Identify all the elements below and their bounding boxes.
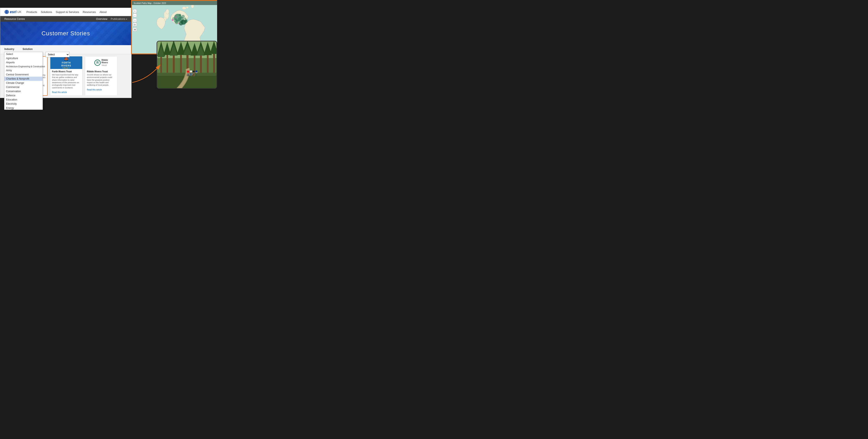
- nav-products[interactable]: Products: [26, 10, 37, 13]
- ribble-card-body: Ribble Rivers Trust ArcGIS shows us wher…: [85, 69, 117, 93]
- industry-item-electricity[interactable]: Electricity: [4, 102, 42, 106]
- svg-point-19: [175, 20, 179, 24]
- publications-chevron: ▾: [126, 18, 127, 20]
- resource-centre-title: Resource Centre: [4, 17, 25, 21]
- forth-trust-label: TRUST: [62, 67, 70, 69]
- ribble-sub: TRUST: [101, 64, 107, 66]
- publications-link[interactable]: Publications ▾: [111, 17, 127, 21]
- solution-select[interactable]: Select: [45, 52, 69, 57]
- industry-filter-group: Industry: [4, 48, 14, 51]
- home-button[interactable]: ⌂: [133, 19, 137, 22]
- esri-nav-links: Products Solutions Support & Services Re…: [26, 10, 106, 13]
- industry-item-agriculture[interactable]: Agriculture: [4, 56, 42, 60]
- industry-item-select[interactable]: Select: [4, 52, 42, 56]
- svg-point-15: [181, 15, 185, 18]
- industry-item-defence[interactable]: Defence: [4, 93, 42, 97]
- industry-label: Industry: [4, 48, 14, 51]
- industry-item-army[interactable]: Army: [4, 68, 42, 72]
- map-titlebar: Scottish Paths Map - October 2023 ···: [132, 1, 217, 5]
- solution-dropdown: Select: [45, 52, 69, 57]
- industry-item-central-gov[interactable]: Central Government: [4, 72, 42, 77]
- solution-filter-group: Solution: [23, 48, 33, 51]
- ribble-card-desc: ArcGIS shows us where our environmental …: [87, 74, 116, 87]
- zoom-out-button[interactable]: −: [133, 13, 137, 17]
- resource-bar: Resource Centre Overview Publications ▾: [0, 16, 131, 22]
- industry-item-education[interactable]: Education: [4, 97, 42, 102]
- industry-item-conservation[interactable]: Conservation: [4, 89, 42, 93]
- ribble-text: RibbleRiversTRUST: [101, 59, 108, 66]
- ribble-card-title: Ribble Rivers Trust: [87, 70, 116, 73]
- forth-card: 🌉 FORTHRIVERS TRUST Forth Rivers Trust W…: [50, 56, 83, 96]
- ribble-read-link[interactable]: Read this article: [87, 89, 102, 91]
- forest-scene: [157, 41, 216, 88]
- industry-item-aec[interactable]: Architecture Engineering & Construction: [4, 64, 42, 68]
- nav-solutions[interactable]: Solutions: [41, 10, 52, 13]
- svg-point-7: [166, 9, 169, 14]
- nav-resources[interactable]: Resources: [83, 10, 96, 13]
- ribble-r-circle: R: [94, 60, 101, 66]
- svg-point-77: [195, 70, 197, 72]
- zoom-in-button[interactable]: +: [133, 9, 137, 13]
- ribble-card: R RibbleRiversTRUST Ribble Rivers Trust …: [85, 56, 117, 96]
- forth-logo: 🌉 FORTHRIVERS TRUST: [61, 56, 71, 69]
- forth-name: FORTHRIVERS: [61, 61, 71, 67]
- esri-uk-label: UK: [17, 10, 21, 13]
- svg-point-26: [184, 20, 187, 23]
- forth-logo-container: 🌉 FORTHRIVERS TRUST: [50, 56, 82, 69]
- industry-item-charities[interactable]: Charities & Nonprofit: [4, 77, 42, 81]
- svg-point-10: [186, 6, 188, 8]
- layers-button[interactable]: ⊞: [133, 28, 137, 31]
- svg-point-78: [188, 74, 190, 76]
- forth-card-title: Forth Rivers Trust: [52, 70, 81, 73]
- esri-nav: esri UK Products Solutions Support & Ser…: [0, 8, 131, 16]
- svg-point-16: [179, 14, 181, 16]
- esri-logo: esri UK: [4, 10, 21, 14]
- industry-item-climate[interactable]: Climate Change: [4, 81, 42, 85]
- resource-bar-links: Overview Publications ▾: [96, 17, 127, 21]
- forth-read-link[interactable]: Read this article: [52, 91, 67, 93]
- hero-banner: Customer Stories: [0, 22, 131, 45]
- forth-card-desc: We have transformed the way that we gath…: [52, 74, 81, 89]
- svg-point-9: [182, 7, 186, 10]
- nav-about[interactable]: About: [100, 10, 107, 13]
- esri-globe-icon: [4, 10, 9, 14]
- svg-point-72: [193, 70, 195, 73]
- photo-panel: [157, 41, 217, 89]
- forest-photo-svg: [157, 41, 216, 88]
- page-title: Customer Stories: [4, 30, 127, 37]
- ribble-logo-container: R RibbleRiversTRUST: [85, 56, 117, 69]
- industry-item-commercial[interactable]: Commercial: [4, 85, 42, 89]
- industry-item-energy[interactable]: Energy: [4, 106, 42, 110]
- nav-support[interactable]: Support & Services: [56, 10, 79, 13]
- locate-button[interactable]: ◎: [133, 23, 137, 26]
- industry-dropdown: Select Agriculture Airports Architecture…: [4, 52, 43, 110]
- svg-point-67: [190, 70, 192, 72]
- solution-label: Solution: [23, 48, 33, 51]
- forth-card-body: Forth Rivers Trust We have transformed t…: [50, 69, 82, 95]
- industry-item-airports[interactable]: Airports: [4, 60, 42, 64]
- svg-point-62: [187, 70, 189, 73]
- svg-point-22: [172, 19, 174, 21]
- overview-link[interactable]: Overview: [96, 17, 107, 21]
- svg-point-27: [179, 21, 183, 26]
- ribble-logo: R RibbleRiversTRUST: [94, 59, 108, 66]
- svg-point-23: [175, 17, 177, 18]
- map-toolbar: + − ⌂ ◎ ⊞: [133, 5, 137, 31]
- esri-wordmark: esri: [10, 10, 17, 14]
- map-title: Scottish Paths Map - October 2023: [133, 2, 166, 4]
